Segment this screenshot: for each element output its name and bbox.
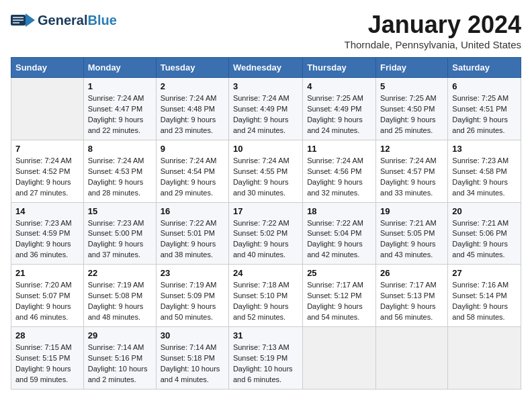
day-number: 29: [88, 330, 152, 340]
day-number: 26: [380, 268, 443, 278]
day-info: Sunrise: 7:25 AMSunset: 4:51 PMDaylight:…: [452, 93, 517, 136]
day-info: Sunrise: 7:21 AMSunset: 5:05 PMDaylight:…: [380, 218, 443, 261]
day-info: Sunrise: 7:17 AMSunset: 5:12 PMDaylight:…: [307, 280, 371, 323]
calendar-cell: 30Sunrise: 7:14 AMSunset: 5:18 PMDayligh…: [156, 327, 228, 390]
day-number: 4: [307, 81, 371, 91]
day-info: Sunrise: 7:20 AMSunset: 5:07 PMDaylight:…: [15, 280, 79, 323]
day-number: 20: [452, 206, 517, 216]
day-number: 31: [233, 330, 298, 340]
svg-rect-4: [13, 22, 19, 24]
day-info: Sunrise: 7:15 AMSunset: 5:15 PMDaylight:…: [15, 342, 79, 385]
day-info: Sunrise: 7:24 AMSunset: 4:55 PMDaylight:…: [233, 156, 298, 199]
calendar-cell: [11, 78, 84, 140]
day-number: 27: [452, 268, 517, 278]
calendar-cell: [303, 327, 376, 390]
calendar-cell: 1Sunrise: 7:24 AMSunset: 4:47 PMDaylight…: [83, 78, 156, 140]
day-number: 16: [161, 206, 224, 216]
calendar-week-2: 7Sunrise: 7:24 AMSunset: 4:52 PMDaylight…: [11, 140, 521, 202]
calendar-cell: 16Sunrise: 7:22 AMSunset: 5:01 PMDayligh…: [156, 202, 228, 265]
day-number: 1: [88, 81, 152, 91]
day-info: Sunrise: 7:24 AMSunset: 4:53 PMDaylight:…: [88, 156, 152, 199]
day-info: Sunrise: 7:22 AMSunset: 5:04 PMDaylight:…: [307, 218, 371, 261]
calendar-table: SundayMondayTuesdayWednesdayThursdayFrid…: [11, 57, 521, 390]
calendar-week-4: 21Sunrise: 7:20 AMSunset: 5:07 PMDayligh…: [11, 265, 521, 327]
day-info: Sunrise: 7:23 AMSunset: 4:59 PMDaylight:…: [15, 218, 79, 261]
day-number: 24: [233, 268, 298, 278]
calendar-cell: 21Sunrise: 7:20 AMSunset: 5:07 PMDayligh…: [11, 265, 84, 327]
calendar-cell: 26Sunrise: 7:17 AMSunset: 5:13 PMDayligh…: [376, 265, 448, 327]
day-number: 13: [452, 144, 517, 154]
calendar-cell: 13Sunrise: 7:23 AMSunset: 4:58 PMDayligh…: [448, 140, 521, 202]
calendar-week-1: 1Sunrise: 7:24 AMSunset: 4:47 PMDaylight…: [11, 78, 521, 140]
calendar-cell: 24Sunrise: 7:18 AMSunset: 5:10 PMDayligh…: [228, 265, 302, 327]
calendar-week-5: 28Sunrise: 7:15 AMSunset: 5:15 PMDayligh…: [11, 327, 521, 390]
day-info: Sunrise: 7:16 AMSunset: 5:14 PMDaylight:…: [452, 280, 517, 323]
calendar-cell: 19Sunrise: 7:21 AMSunset: 5:05 PMDayligh…: [376, 202, 448, 265]
calendar-cell: 27Sunrise: 7:16 AMSunset: 5:14 PMDayligh…: [448, 265, 521, 327]
day-number: 8: [88, 144, 152, 154]
svg-marker-1: [26, 13, 35, 27]
column-header-monday: Monday: [83, 58, 156, 78]
day-number: 2: [161, 81, 224, 91]
day-info: Sunrise: 7:18 AMSunset: 5:10 PMDaylight:…: [233, 280, 298, 323]
day-info: Sunrise: 7:24 AMSunset: 4:48 PMDaylight:…: [161, 93, 224, 136]
calendar-cell: 29Sunrise: 7:14 AMSunset: 5:16 PMDayligh…: [83, 327, 156, 390]
calendar-cell: 2Sunrise: 7:24 AMSunset: 4:48 PMDaylight…: [156, 78, 228, 140]
day-number: 25: [307, 268, 371, 278]
calendar-cell: 25Sunrise: 7:17 AMSunset: 5:12 PMDayligh…: [303, 265, 376, 327]
day-number: 17: [233, 206, 298, 216]
day-number: 3: [233, 81, 298, 91]
day-info: Sunrise: 7:19 AMSunset: 5:09 PMDaylight:…: [161, 280, 224, 323]
column-header-friday: Friday: [376, 58, 448, 78]
day-info: Sunrise: 7:14 AMSunset: 5:18 PMDaylight:…: [161, 342, 224, 385]
day-info: Sunrise: 7:24 AMSunset: 4:52 PMDaylight:…: [15, 156, 79, 199]
day-info: Sunrise: 7:13 AMSunset: 5:19 PMDaylight:…: [233, 342, 298, 385]
page-header: GeneralBlue January 2024 Thorndale, Penn…: [11, 11, 521, 50]
calendar-cell: 8Sunrise: 7:24 AMSunset: 4:53 PMDaylight…: [83, 140, 156, 202]
column-header-wednesday: Wednesday: [228, 58, 302, 78]
day-info: Sunrise: 7:23 AMSunset: 5:00 PMDaylight:…: [88, 218, 152, 261]
day-number: 30: [161, 330, 224, 340]
logo-general: General: [38, 13, 87, 28]
logo-icon: [11, 11, 35, 30]
day-number: 18: [307, 206, 371, 216]
calendar-cell: 7Sunrise: 7:24 AMSunset: 4:52 PMDaylight…: [11, 140, 84, 202]
calendar-cell: 14Sunrise: 7:23 AMSunset: 4:59 PMDayligh…: [11, 202, 84, 265]
day-number: 7: [15, 144, 79, 154]
svg-rect-3: [13, 19, 24, 21]
location: Thorndale, Pennsylvania, United States: [345, 39, 522, 50]
title-area: January 2024 Thorndale, Pennsylvania, Un…: [345, 11, 522, 50]
calendar-cell: 4Sunrise: 7:25 AMSunset: 4:49 PMDaylight…: [303, 78, 376, 140]
day-number: 9: [161, 144, 224, 154]
calendar-cell: [448, 327, 521, 390]
calendar-cell: 31Sunrise: 7:13 AMSunset: 5:19 PMDayligh…: [228, 327, 302, 390]
day-info: Sunrise: 7:17 AMSunset: 5:13 PMDaylight:…: [380, 280, 443, 323]
day-info: Sunrise: 7:23 AMSunset: 4:58 PMDaylight:…: [452, 156, 517, 199]
month-title: January 2024: [345, 11, 522, 39]
calendar-cell: 23Sunrise: 7:19 AMSunset: 5:09 PMDayligh…: [156, 265, 228, 327]
calendar-cell: 28Sunrise: 7:15 AMSunset: 5:15 PMDayligh…: [11, 327, 84, 390]
day-info: Sunrise: 7:22 AMSunset: 5:01 PMDaylight:…: [161, 218, 224, 261]
day-info: Sunrise: 7:24 AMSunset: 4:54 PMDaylight:…: [161, 156, 224, 199]
calendar-week-3: 14Sunrise: 7:23 AMSunset: 4:59 PMDayligh…: [11, 202, 521, 265]
day-info: Sunrise: 7:21 AMSunset: 5:06 PMDaylight:…: [452, 218, 517, 261]
day-number: 11: [307, 144, 371, 154]
day-number: 10: [233, 144, 298, 154]
day-info: Sunrise: 7:24 AMSunset: 4:56 PMDaylight:…: [307, 156, 371, 199]
calendar-cell: 20Sunrise: 7:21 AMSunset: 5:06 PMDayligh…: [448, 202, 521, 265]
calendar-cell: 11Sunrise: 7:24 AMSunset: 4:56 PMDayligh…: [303, 140, 376, 202]
day-number: 5: [380, 81, 443, 91]
day-info: Sunrise: 7:22 AMSunset: 5:02 PMDaylight:…: [233, 218, 298, 261]
day-info: Sunrise: 7:24 AMSunset: 4:49 PMDaylight:…: [233, 93, 298, 136]
logo: GeneralBlue: [11, 11, 117, 30]
calendar-cell: 12Sunrise: 7:24 AMSunset: 4:57 PMDayligh…: [376, 140, 448, 202]
column-header-thursday: Thursday: [303, 58, 376, 78]
column-header-sunday: Sunday: [11, 58, 84, 78]
column-header-saturday: Saturday: [448, 58, 521, 78]
day-info: Sunrise: 7:25 AMSunset: 4:50 PMDaylight:…: [380, 93, 443, 136]
calendar-cell: 6Sunrise: 7:25 AMSunset: 4:51 PMDaylight…: [448, 78, 521, 140]
calendar-cell: 15Sunrise: 7:23 AMSunset: 5:00 PMDayligh…: [83, 202, 156, 265]
day-info: Sunrise: 7:24 AMSunset: 4:57 PMDaylight:…: [380, 156, 443, 199]
day-number: 19: [380, 206, 443, 216]
calendar-cell: 5Sunrise: 7:25 AMSunset: 4:50 PMDaylight…: [376, 78, 448, 140]
